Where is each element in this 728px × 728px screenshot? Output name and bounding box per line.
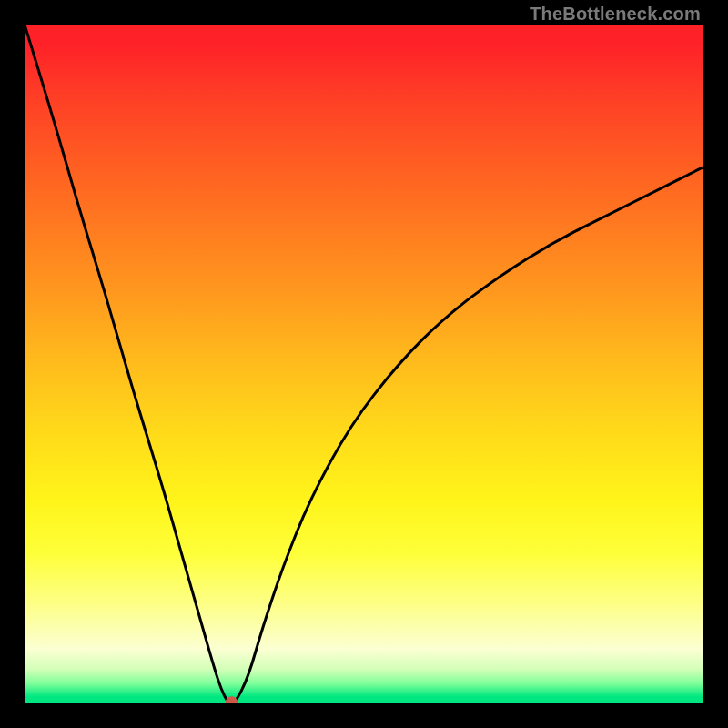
- chart-frame: TheBottleneck.com: [0, 0, 728, 728]
- optimal-point-marker: [227, 697, 238, 703]
- watermark-text: TheBottleneck.com: [530, 4, 701, 25]
- bottleneck-curve: [25, 25, 703, 703]
- plot-area: [25, 25, 703, 703]
- curve-layer: [25, 25, 703, 703]
